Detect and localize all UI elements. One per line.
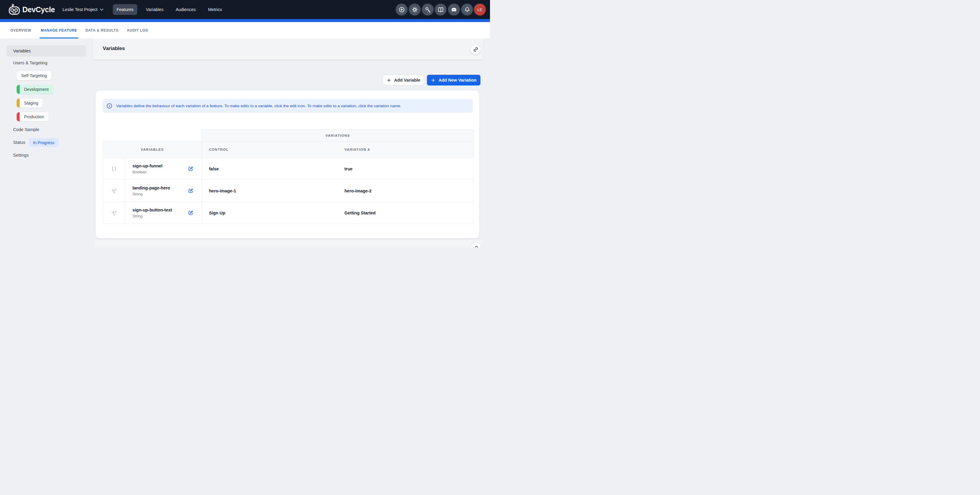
env-label: Staging	[20, 101, 43, 105]
table-row: sign-up-button-text String	[125, 202, 202, 224]
avatar-initials: LE	[477, 8, 482, 12]
env-color-bar	[17, 112, 20, 121]
status-badge-label: In Progress	[33, 140, 54, 145]
discord-button[interactable]	[448, 3, 460, 16]
add-new-variation-label: Add New Variation	[439, 78, 476, 83]
feature-tabbar: OVERVIEW MANAGE FEATURE DATA & RESULTS A…	[0, 22, 490, 38]
env-pill-self-targeting[interactable]: Self-Targeting	[17, 71, 51, 80]
user-avatar[interactable]: LE	[474, 3, 486, 16]
plus-icon	[387, 78, 391, 83]
info-banner-text: Variables define the behaviour of each v…	[116, 103, 401, 108]
info-icon	[106, 103, 113, 109]
env-color-bar	[17, 85, 20, 94]
variables-card: Variables define the behaviour of each v…	[95, 91, 479, 238]
robot-logo-icon	[8, 3, 20, 16]
add-variable-button[interactable]: Add Variable	[383, 75, 424, 86]
status-badge[interactable]: In Progress	[29, 138, 59, 147]
project-selector[interactable]: Leslie Test Project	[62, 0, 103, 19]
project-name: Leslie Test Project	[62, 7, 97, 12]
variations-group-header: VARIATIONS	[202, 129, 474, 142]
sidebar-item-settings[interactable]: Settings	[13, 153, 29, 158]
env-label: Development	[20, 87, 53, 92]
tab-manage-feature[interactable]: MANAGE FEATURE	[41, 22, 77, 38]
control-value[interactable]: Sign Up	[202, 202, 337, 224]
brand-name: DevCycle	[22, 5, 55, 14]
add-variable-label: Add Variable	[394, 78, 420, 83]
nav-item-variables[interactable]: Variables	[146, 0, 164, 19]
table-corner-spacer	[103, 129, 202, 142]
variable-name: landing-page-hero	[132, 186, 188, 190]
nav-item-features[interactable]: Features	[113, 4, 137, 15]
link-icon	[473, 46, 479, 53]
settings-gear-button[interactable]	[409, 3, 421, 16]
tab-audit-log[interactable]: AUDIT LOG	[127, 22, 148, 38]
table-row: sign-up-funnel Boolean	[125, 158, 202, 180]
devcycle-app: DevCycle Leslie Test Project Features Va…	[0, 0, 490, 247]
section-link-button[interactable]	[471, 45, 481, 54]
section-title: Variables	[103, 46, 125, 51]
edit-variable-button[interactable]	[188, 188, 194, 194]
env-pill-development[interactable]: Development	[17, 85, 53, 94]
variable-type: String	[132, 214, 188, 218]
control-value[interactable]: false	[202, 158, 337, 180]
edit-variable-button[interactable]	[188, 166, 194, 172]
env-pill-production[interactable]: Production	[17, 112, 49, 121]
variation-a-value[interactable]: Getting Started	[337, 202, 474, 224]
top-navbar: DevCycle Leslie Test Project Features Va…	[0, 0, 490, 19]
variation-a-value[interactable]: hero-image-2	[337, 180, 474, 202]
variable-name: sign-up-button-text	[132, 208, 188, 212]
plus-icon	[431, 78, 436, 83]
nav-item-audiences[interactable]: Audiences	[176, 0, 196, 19]
next-section-header	[93, 240, 483, 247]
variable-type: Boolean	[132, 170, 188, 174]
env-color-bar	[17, 99, 20, 108]
add-new-variation-button[interactable]: Add New Variation	[427, 75, 480, 86]
table-row: landing-page-hero String	[125, 180, 202, 202]
env-pill-staging[interactable]: Staging	[17, 99, 43, 108]
devcycle-logo[interactable]: DevCycle	[8, 0, 55, 19]
sidebar-item-variables[interactable]: Variables	[6, 45, 86, 57]
variation-a-value[interactable]: true	[337, 158, 474, 180]
column-header-control: CONTROL	[202, 142, 337, 158]
sidebar-item-code-sample[interactable]: Code Sample	[13, 127, 39, 132]
env-label: Production	[20, 115, 49, 119]
tab-overview[interactable]: OVERVIEW	[10, 22, 31, 38]
page-progress-bar	[0, 19, 490, 22]
variable-type-string-icon	[103, 180, 125, 202]
link-icon	[473, 245, 479, 247]
docs-book-button[interactable]	[434, 3, 447, 16]
api-keys-button[interactable]	[422, 3, 434, 16]
column-header-variation-a: VARIATION A	[337, 142, 474, 158]
variables-section-header: Variables	[93, 38, 483, 60]
column-header-variables: VARIABLES	[103, 142, 202, 158]
control-value[interactable]: hero-image-1	[202, 180, 337, 202]
variable-type: String	[132, 192, 188, 196]
tab-data-results[interactable]: DATA & RESULTS	[86, 22, 118, 38]
info-banner: Variables define the behaviour of each v…	[103, 99, 473, 113]
nav-item-metrics[interactable]: Metrics	[208, 0, 222, 19]
variable-name: sign-up-funnel	[132, 164, 188, 168]
add-circle-button[interactable]	[396, 3, 407, 16]
variables-table: VARIATIONS VARIABLES CONTROL VARIATION A…	[103, 129, 474, 224]
sidebar-item-label: Variables	[13, 49, 31, 53]
sidebar-item-users-targeting[interactable]: Users & Targeting	[13, 60, 47, 65]
env-label: Self-Targeting	[17, 73, 51, 78]
notifications-bell-button[interactable]	[461, 3, 473, 16]
sidebar-item-status[interactable]: Status	[13, 140, 25, 145]
variable-type-boolean-icon	[103, 158, 125, 180]
variable-type-string-icon	[103, 202, 125, 224]
chevron-down-icon	[100, 9, 103, 11]
edit-variable-button[interactable]	[188, 210, 194, 216]
